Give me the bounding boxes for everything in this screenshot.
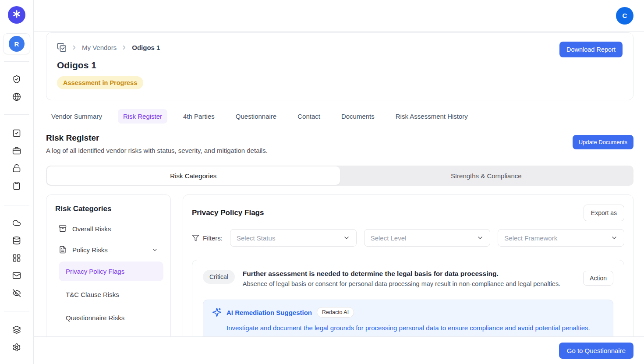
briefcase-icon[interactable]	[12, 146, 21, 155]
segment-risk-categories[interactable]: Risk Categories	[47, 166, 340, 185]
settings-gear-icon[interactable]	[12, 343, 21, 352]
filters-label-group: Filters:	[192, 234, 223, 242]
risk-item-header: Critical Further assessment is needed to…	[203, 270, 613, 287]
register-view-toggle: Risk Categories Strengths & Compliance	[46, 166, 633, 186]
breadcrumb-current: Odigos 1	[132, 44, 160, 51]
redacto-ai-badge: Redacto AI	[317, 307, 354, 318]
flags-title: Privacy Policy Flags	[192, 209, 264, 217]
chevron-down-icon	[477, 234, 484, 241]
copy-check-icon	[57, 42, 67, 52]
vendor-tabs: Vendor Summary Risk Register 4th Parties…	[46, 109, 633, 124]
update-documents-button[interactable]: Update Documents	[573, 135, 633, 149]
app-root: R	[0, 0, 644, 364]
select-placeholder: Select Level	[371, 234, 407, 242]
filters-row: Filters: Select Status Select Level	[192, 229, 624, 247]
flags-header: Privacy Policy Flags Export as	[192, 205, 624, 221]
tab-documents[interactable]: Documents	[336, 109, 380, 124]
user-avatar[interactable]: C	[616, 7, 633, 25]
chevron-right-icon	[121, 44, 127, 51]
sidebar-divider	[4, 114, 29, 115]
select-level-dropdown[interactable]: Select Level	[364, 229, 491, 247]
content-area: My Vendors Odigos 1 Download Report Odig…	[34, 32, 644, 364]
action-button[interactable]: Action	[583, 271, 613, 286]
risk-register-header: Risk Register A log of all identified ve…	[46, 133, 633, 154]
chevron-down-icon	[611, 234, 618, 241]
tab-vendor-summary[interactable]: Vendor Summary	[46, 109, 107, 124]
ai-remediation-header: AI Remediation Suggestion Redacto AI	[212, 307, 604, 318]
shield-check-icon[interactable]	[12, 75, 21, 84]
breadcrumb: My Vendors Odigos 1	[57, 42, 623, 52]
file-text-icon	[59, 246, 67, 254]
filters-label: Filters:	[203, 234, 223, 242]
asterisk-icon	[12, 9, 21, 21]
clipboard-icon[interactable]	[12, 181, 21, 190]
page-description: A log of all identified vendor risks wit…	[46, 147, 268, 154]
eye-off-icon[interactable]	[12, 289, 21, 297]
chevron-down-icon	[152, 247, 158, 253]
ai-remediation-panel: AI Remediation Suggestion Redacto AI Inv…	[203, 300, 613, 342]
topbar: C	[34, 0, 644, 32]
select-status-dropdown[interactable]: Select Status	[230, 229, 357, 247]
subcategory-privacy-policy-flags[interactable]: Privacy Policy Flags	[59, 262, 163, 281]
sidebar: R	[0, 0, 34, 364]
layout-grid-icon[interactable]	[12, 254, 21, 262]
mail-icon[interactable]	[12, 271, 21, 280]
workspace-avatar-card[interactable]: R	[3, 33, 30, 54]
category-overall-risks[interactable]: Overall Risks	[53, 223, 163, 234]
page-title: Risk Register	[46, 133, 268, 143]
sidebar-divider	[4, 61, 29, 62]
categories-title: Risk Categories	[53, 205, 163, 213]
chevron-down-icon	[343, 234, 350, 241]
sidebar-divider	[4, 205, 29, 205]
cloud-icon[interactable]	[12, 219, 21, 227]
layers-icon[interactable]	[12, 325, 21, 334]
funnel-icon	[192, 234, 199, 242]
subcategory-questionnaire-risks[interactable]: Questionnaire Risks	[59, 308, 163, 328]
risk-description: Absence of legal basis or consent for pe…	[243, 280, 575, 287]
sidebar-divider	[4, 311, 29, 311]
risk-texts: Further assessment is needed to determin…	[243, 270, 575, 287]
category-label: Policy Risks	[72, 246, 108, 254]
ai-remediation-title: AI Remediation Suggestion	[226, 309, 312, 316]
select-framework-dropdown[interactable]: Select Framework	[498, 229, 624, 247]
unlock-icon[interactable]	[12, 164, 21, 173]
globe-icon[interactable]	[12, 92, 21, 101]
category-policy-risks[interactable]: Policy Risks	[53, 244, 163, 255]
vendor-header-card: My Vendors Odigos 1 Download Report Odig…	[46, 32, 633, 100]
risk-categories-panel: Risk Categories Overall Risks	[46, 194, 171, 340]
category-label: Overall Risks	[72, 225, 111, 233]
policy-risks-sublist: Privacy Policy Flags T&C Clause Risks Qu…	[59, 262, 163, 328]
chevron-right-icon	[71, 44, 78, 51]
workspace-avatar: R	[9, 36, 25, 52]
tab-risk-assessment-history[interactable]: Risk Assessment History	[390, 109, 473, 124]
check-square-icon[interactable]	[12, 129, 21, 138]
risk-title: Further assessment is needed to determin…	[243, 270, 575, 278]
tab-questionnaire[interactable]: Questionnaire	[230, 109, 282, 124]
database-icon[interactable]	[12, 236, 21, 245]
select-placeholder: Select Status	[237, 234, 275, 242]
tab-4th-parties[interactable]: 4th Parties	[178, 109, 220, 124]
main-column: C My Vendors	[34, 0, 644, 364]
status-badge: Assessment in Progress	[57, 76, 143, 89]
app-logo[interactable]	[8, 6, 25, 24]
subcategory-tc-clause-risks[interactable]: T&C Clause Risks	[59, 285, 163, 304]
download-report-button[interactable]: Download Report	[559, 42, 623, 57]
tab-risk-register[interactable]: Risk Register	[118, 109, 167, 124]
ai-suggestion-text: Investigate and document the legal groun…	[226, 324, 604, 332]
segment-strengths-compliance[interactable]: Strengths & Compliance	[340, 166, 633, 185]
vendor-title: Odigos 1	[57, 60, 623, 71]
sparkles-icon	[212, 307, 222, 317]
export-as-button[interactable]: Export as	[584, 205, 624, 221]
severity-badge: Critical	[203, 270, 235, 284]
tab-contact[interactable]: Contact	[292, 109, 326, 124]
bottom-action-bar: Go to Questionnaire	[34, 336, 644, 364]
breadcrumb-my-vendors[interactable]: My Vendors	[82, 44, 117, 51]
go-to-questionnaire-button[interactable]: Go to Questionnaire	[559, 343, 633, 359]
select-placeholder: Select Framework	[504, 234, 557, 242]
archive-icon	[59, 225, 67, 233]
